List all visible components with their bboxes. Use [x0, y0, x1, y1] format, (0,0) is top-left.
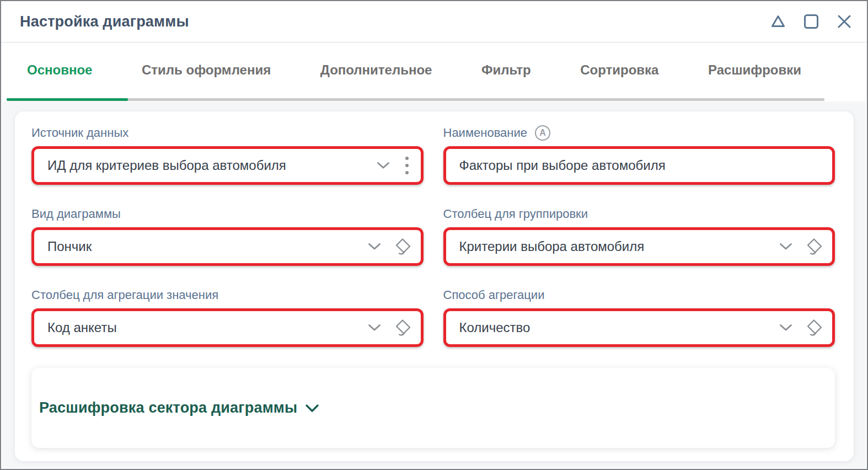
- triangle-icon: [769, 13, 787, 30]
- dialog-content: Источник данных ИД для критериев выбора …: [2, 102, 866, 468]
- chart-type-value[interactable]: Пончик: [47, 239, 368, 254]
- eraser-icon[interactable]: [805, 318, 823, 337]
- chart-type-select[interactable]: Пончик: [31, 227, 424, 266]
- chevron-down-icon[interactable]: [368, 243, 381, 250]
- tab-underline-track: [7, 98, 824, 101]
- chevron-down-icon[interactable]: [779, 243, 792, 250]
- tab-additional[interactable]: Дополнительное: [320, 62, 432, 78]
- field-group-column: Столбец для группировки Критерии выбора …: [443, 206, 835, 266]
- close-icon: [836, 13, 853, 30]
- tab-style[interactable]: Стиль оформления: [142, 62, 271, 78]
- close-button[interactable]: [835, 12, 854, 31]
- maximize-icon: [803, 13, 819, 30]
- aggregation-method-select[interactable]: Количество: [443, 308, 835, 347]
- name-input-wrap: [443, 146, 835, 185]
- main-settings-panel: Источник данных ИД для критериев выбора …: [15, 111, 854, 461]
- chevron-down-icon[interactable]: [779, 324, 792, 332]
- tab-filter[interactable]: Фильтр: [481, 62, 531, 78]
- aggregation-column-label: Столбец для агрегации значения: [31, 287, 424, 303]
- chevron-down-icon[interactable]: [368, 324, 381, 332]
- tab-details[interactable]: Расшифровки: [708, 62, 801, 78]
- chevron-down-icon[interactable]: [377, 162, 390, 169]
- data-source-label: Источник данных: [31, 125, 424, 141]
- chart-settings-dialog: Настройка диаграммы: [0, 0, 868, 470]
- aggregation-method-label: Способ агрегации: [443, 287, 835, 303]
- titlebar: Настройка диаграммы: [1, 1, 867, 42]
- chart-type-label: Вид диаграммы: [31, 206, 424, 222]
- letter-a-badge-icon: A: [535, 125, 550, 141]
- group-column-value[interactable]: Критерии выбора автомобиля: [459, 239, 780, 254]
- sector-details-section[interactable]: Расшифровка сектора диаграммы: [31, 368, 835, 448]
- field-chart-type: Вид диаграммы Пончик: [31, 206, 424, 266]
- eraser-icon[interactable]: [393, 318, 412, 337]
- active-tab-indicator: [7, 98, 128, 101]
- tab-bar: Основное Стиль оформления Дополнительное…: [1, 42, 867, 101]
- dialog-title: Настройка диаграммы: [20, 13, 189, 30]
- field-data-source: Источник данных ИД для критериев выбора …: [31, 125, 424, 185]
- kebab-menu-icon[interactable]: [402, 156, 412, 175]
- group-column-select[interactable]: Критерии выбора автомобиля: [443, 227, 835, 266]
- field-aggregation-method: Способ агрегации Количество: [443, 287, 835, 347]
- eraser-icon[interactable]: [805, 237, 823, 256]
- data-source-select[interactable]: ИД для критериев выбора автомобиля: [31, 146, 424, 185]
- tab-main[interactable]: Основное: [27, 62, 92, 78]
- data-source-value[interactable]: ИД для критериев выбора автомобиля: [47, 158, 377, 173]
- sector-details-title: Расшифровка сектора диаграммы: [39, 399, 297, 416]
- collapse-button[interactable]: [769, 12, 787, 31]
- eraser-icon[interactable]: [393, 237, 412, 256]
- field-aggregation-column: Столбец для агрегации значения Код анкет…: [31, 287, 424, 347]
- name-input[interactable]: [459, 158, 824, 173]
- aggregation-column-value[interactable]: Код анкеты: [47, 320, 368, 335]
- field-name: Наименование A: [443, 125, 835, 185]
- chevron-down-icon[interactable]: [305, 399, 319, 416]
- maximize-button[interactable]: [802, 12, 821, 31]
- aggregation-column-select[interactable]: Код анкеты: [31, 308, 424, 347]
- tab-sorting[interactable]: Сортировка: [580, 62, 658, 78]
- group-column-label: Столбец для группировки: [443, 206, 835, 222]
- aggregation-method-value[interactable]: Количество: [459, 320, 780, 335]
- name-label: Наименование: [443, 126, 528, 140]
- window-controls: [769, 12, 854, 31]
